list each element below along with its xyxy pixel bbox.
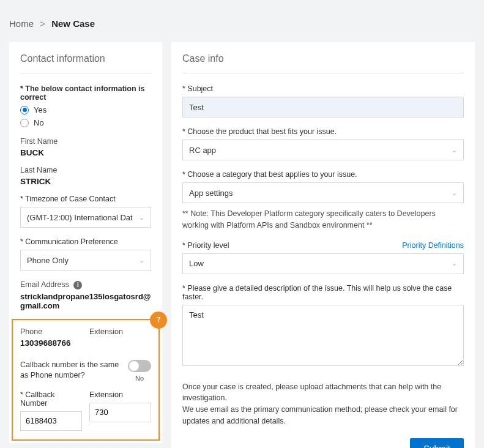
category-value: App settings bbox=[189, 189, 233, 198]
category-note: ** Note: This Developer Platform categor… bbox=[182, 208, 464, 231]
chevron-down-icon: ⌄ bbox=[139, 256, 144, 264]
timezone-value: (GMT-12:00) International Dat bbox=[27, 213, 133, 222]
priority-label: * Priority level bbox=[182, 241, 229, 250]
comm-pref-select[interactable]: Phone Only ⌄ bbox=[20, 250, 151, 271]
case-info-panel: Case info * Subject Test * Choose the pr… bbox=[171, 42, 475, 448]
contact-info-panel: Contact information * The below contact … bbox=[9, 42, 162, 443]
submit-button[interactable]: Submit bbox=[410, 438, 464, 449]
comm-pref-label: * Communication Preference bbox=[20, 237, 151, 246]
last-name-value: STRICK bbox=[20, 177, 151, 186]
help-text: Once your case is created, please upload… bbox=[182, 381, 464, 427]
callback-toggle-state: No bbox=[128, 375, 151, 382]
subject-value: Test bbox=[189, 103, 204, 112]
priority-select[interactable]: Low ⌄ bbox=[182, 253, 464, 274]
callback-highlight-box: 7 Phone 13039688766 Extension Callback n… bbox=[12, 319, 160, 441]
first-name-label: First Name bbox=[20, 137, 151, 146]
breadcrumb-current: New Case bbox=[51, 18, 95, 29]
last-name-label: Last Name bbox=[20, 166, 151, 174]
subject-label: * Subject bbox=[182, 84, 464, 93]
radio-no[interactable] bbox=[20, 119, 29, 127]
product-label: * Choose the product that best fits your… bbox=[182, 127, 464, 136]
chevron-down-icon: ⌄ bbox=[452, 189, 457, 197]
breadcrumb: Home > New Case bbox=[9, 18, 475, 29]
category-label: * Choose a category that best applies to… bbox=[182, 170, 464, 179]
subject-input[interactable]: Test bbox=[182, 97, 464, 118]
description-label: * Please give a detailed description of … bbox=[182, 284, 464, 301]
category-select[interactable]: App settings ⌄ bbox=[182, 182, 464, 203]
timezone-select[interactable]: (GMT-12:00) International Dat ⌄ bbox=[20, 207, 151, 228]
step-badge: 7 bbox=[150, 312, 167, 329]
callback-ext-label: Extension bbox=[89, 390, 151, 399]
radio-yes[interactable] bbox=[20, 106, 29, 114]
contact-info-title: Contact information bbox=[20, 53, 151, 73]
email-value: stricklandpropane135losgatosrd@gmail.com bbox=[20, 292, 151, 310]
callback-number-label: * Callback Number bbox=[20, 390, 82, 408]
callback-same-label: Callback number is the same as Phone num… bbox=[20, 360, 128, 381]
description-textarea[interactable] bbox=[182, 305, 464, 366]
comm-pref-value: Phone Only bbox=[27, 256, 69, 265]
callback-number-input[interactable] bbox=[20, 411, 82, 431]
info-icon[interactable]: i bbox=[73, 281, 82, 289]
first-name-value: BUCK bbox=[20, 148, 151, 157]
confirm-yes-row[interactable]: Yes bbox=[20, 105, 151, 114]
chevron-down-icon: ⌄ bbox=[452, 146, 457, 154]
help-line-1: Once your case is created, please upload… bbox=[182, 381, 464, 405]
radio-no-label: No bbox=[34, 118, 44, 127]
callback-ext-input[interactable] bbox=[89, 403, 151, 422]
radio-yes-label: Yes bbox=[34, 105, 47, 114]
case-info-title: Case info bbox=[182, 53, 464, 73]
callback-same-toggle[interactable] bbox=[128, 360, 151, 372]
breadcrumb-home[interactable]: Home bbox=[9, 18, 34, 29]
phone-value: 13039688766 bbox=[20, 338, 82, 348]
priority-value: Low bbox=[189, 259, 204, 268]
help-line-2: We use email as the primary communicatio… bbox=[182, 404, 464, 427]
product-select[interactable]: RC app ⌄ bbox=[182, 140, 464, 160]
breadcrumb-separator: > bbox=[40, 18, 45, 29]
product-value: RC app bbox=[189, 146, 216, 155]
priority-definitions-link[interactable]: Priority Definitions bbox=[402, 241, 464, 250]
chevron-down-icon: ⌄ bbox=[452, 259, 457, 267]
timezone-label: * Timezone of Case Contact bbox=[20, 195, 151, 203]
confirm-no-row[interactable]: No bbox=[20, 118, 151, 127]
email-label: Email Address i bbox=[20, 280, 151, 289]
phone-label: Phone bbox=[20, 327, 82, 336]
confirm-info-label: * The below contact information is corre… bbox=[20, 84, 151, 102]
phone-extension-label: Extension bbox=[89, 327, 151, 336]
chevron-down-icon: ⌄ bbox=[139, 214, 144, 222]
